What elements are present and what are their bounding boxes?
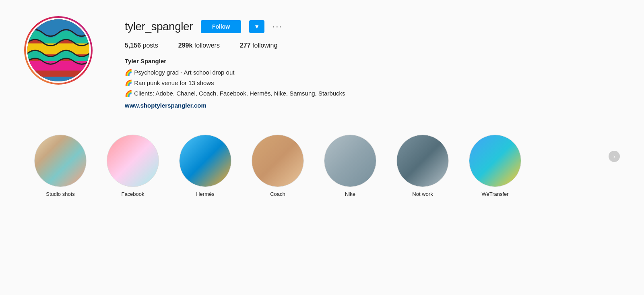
highlight-label-hermes: Hermès [196, 191, 215, 197]
profile-page: tyler_spangler Follow ▼ ··· 5,156 posts … [0, 0, 644, 295]
following-count: 277 [240, 42, 251, 49]
posts-label: posts [143, 42, 158, 49]
bio-section: Tyler Spangler 🌈 Psychology grad - Art s… [125, 56, 620, 110]
highlight-label-coach: Coach [270, 191, 285, 197]
highlight-circle-facebook [107, 135, 159, 187]
posts-stat[interactable]: 5,156 posts [125, 42, 158, 49]
highlight-item-not-work[interactable]: Not work [386, 135, 459, 197]
username: tyler_spangler [125, 20, 193, 33]
highlight-label-facebook: Facebook [121, 191, 144, 197]
profile-header: tyler_spangler Follow ▼ ··· 5,156 posts … [24, 16, 620, 110]
highlight-item-studio-shots[interactable]: Studio shots [24, 135, 97, 197]
profile-info: tyler_spangler Follow ▼ ··· 5,156 posts … [125, 16, 620, 110]
highlight-circle-nike [324, 135, 376, 187]
followers-label: followers [194, 42, 220, 49]
bio-line-2: 🌈 Ran punk venue for 13 shows [125, 78, 620, 88]
highlight-item-facebook[interactable]: Facebook [97, 135, 169, 197]
dropdown-button[interactable]: ▼ [249, 20, 264, 33]
avatar-image [27, 19, 89, 81]
highlight-circle-studio-shots [34, 135, 87, 187]
svg-rect-4 [27, 61, 89, 71]
highlight-circle-wetransfer [469, 135, 521, 187]
stats-row: 5,156 posts 299k followers 277 following [125, 42, 620, 49]
highlights-section: Studio shotsFacebookHermèsCoachNikeNot w… [24, 131, 620, 197]
more-options-button[interactable]: ··· [272, 22, 282, 31]
highlight-item-hermes[interactable]: Hermès [169, 135, 242, 197]
highlight-label-wetransfer: WeTransfer [481, 191, 508, 197]
bio-name: Tyler Spangler [125, 56, 620, 66]
highlight-item-nike[interactable]: Nike [314, 135, 386, 197]
highlight-circle-coach [252, 135, 304, 187]
following-label: following [252, 42, 277, 49]
highlight-circle-not-work [396, 135, 449, 187]
following-stat[interactable]: 277 following [240, 42, 277, 49]
highlights-next-arrow[interactable]: › [609, 151, 620, 162]
highlight-item-wetransfer[interactable]: WeTransfer [459, 135, 531, 197]
avatar-wrapper [24, 16, 93, 85]
username-row: tyler_spangler Follow ▼ ··· [125, 20, 620, 33]
posts-count: 5,156 [125, 42, 141, 49]
followers-count: 299k [178, 42, 193, 49]
highlight-circle-hermes [179, 135, 231, 187]
highlight-label-nike: Nike [345, 191, 355, 197]
avatar [26, 18, 91, 83]
highlight-label-not-work: Not work [412, 191, 433, 197]
bio-line-1: 🌈 Psychology grad - Art school drop out [125, 68, 620, 77]
bio-line-3: 🌈 Clients: Adobe, Chanel, Coach, Faceboo… [125, 89, 620, 98]
highlight-item-coach[interactable]: Coach [242, 135, 314, 197]
highlight-label-studio-shots: Studio shots [46, 191, 75, 197]
svg-rect-6 [27, 77, 89, 81]
followers-stat[interactable]: 299k followers [178, 42, 220, 49]
bio-link[interactable]: www.shoptylerspangler.com [125, 101, 206, 110]
follow-button[interactable]: Follow [201, 20, 241, 33]
